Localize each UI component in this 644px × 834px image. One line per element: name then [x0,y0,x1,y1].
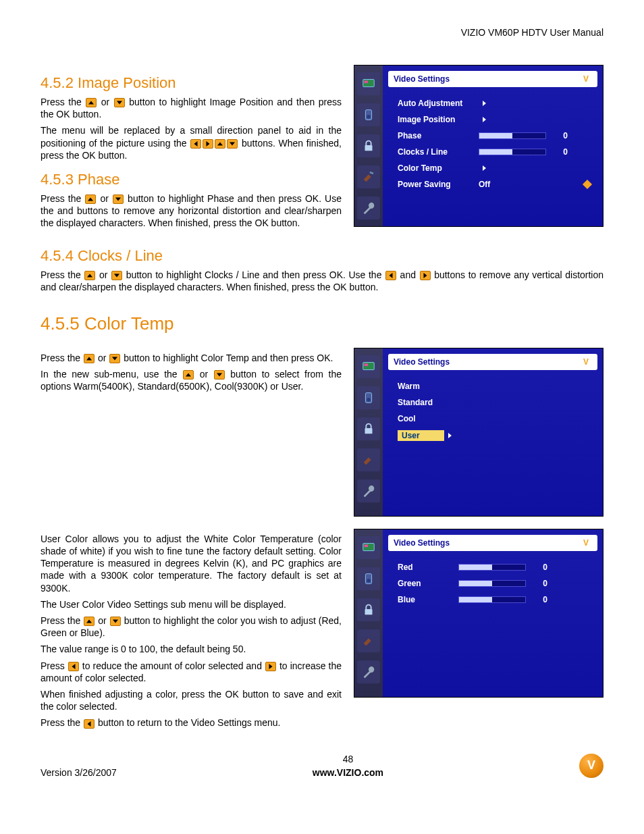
osd-color-temp-options: Video Settings V Warm Standard Cool User [354,348,603,517]
tools-icon [357,448,380,471]
osd-label: Green [398,579,458,588]
submenu-arrow-icon [483,117,486,122]
osd-value: 0 [556,147,568,157]
osd-row-blue: Blue0 [388,592,597,608]
para: The menu will be replaced by a small dir… [41,124,342,161]
lock-icon [357,598,380,621]
tv-icon [357,536,380,559]
osd-label: Cool [398,414,479,423]
osd-row-image-position: Image Position [388,111,597,128]
svg-point-3 [367,115,371,119]
osd-label-highlighted: User [398,430,444,441]
down-arrow-icon [214,370,225,380]
page-header: VIZIO VM60P HDTV User Manual [41,27,603,38]
para: Press to reduce the amount of color sele… [41,660,342,684]
para: Press the or button to highlight Color T… [41,352,342,364]
text: or [98,353,109,363]
wrench-icon [357,197,380,219]
para: User Color allows you to adjust the Whit… [41,533,342,594]
diamond-icon [583,180,592,189]
text: Press the [41,615,83,626]
footer-version: Version 3/26/2007 [41,767,117,778]
text: or [98,615,109,626]
svg-rect-7 [365,363,369,366]
osd-sidebar [354,348,383,516]
svg-point-9 [367,398,371,402]
para: The User Color Video Settings sub menu w… [41,598,342,610]
osd-row-auto-adjustment: Auto Adjustment [388,95,597,111]
tv-icon [357,72,380,95]
text: button to highlight Color Temp and then … [124,353,333,363]
up-arrow-icon [84,617,95,626]
tools-icon [357,629,380,652]
text: button to return to the Video Settings m… [98,717,281,728]
text: or [200,369,213,380]
vizio-logo-icon: V [580,356,592,368]
osd-label: Standard [398,398,479,407]
osd-title: Video Settings [394,538,450,548]
down-arrow-icon [111,271,122,280]
wrench-icon [357,479,380,502]
svg-rect-15 [365,609,373,615]
text: or [101,97,113,107]
text: Press the [41,717,83,728]
submenu-arrow-icon [483,165,486,171]
speaker-icon [357,386,380,409]
speaker-icon [357,567,380,590]
svg-rect-5 [369,172,373,174]
up-arrow-icon [85,194,96,204]
osd-user-color: Video Settings V Red0 Green0 Blue0 [354,529,603,698]
para: The value range is 0 to 100, the default… [41,643,342,655]
para: Press the button to return to the Video … [41,716,342,729]
right-arrow-icon [203,139,213,149]
osd-row-power-saving: Power SavingOff [388,176,597,192]
left-arrow-icon [68,662,79,671]
slider-bar [479,149,546,155]
osd-title: Video Settings [394,357,450,367]
osd-row-red: Red0 [388,559,597,575]
left-arrow-icon [190,139,201,149]
para: Press the or button to highlight the col… [41,615,342,639]
osd-video-settings: Video Settings V Auto Adjustment Image P… [354,65,603,227]
up-arrow-icon [215,139,225,149]
text: In the new sub-menu, use the [41,369,182,380]
down-arrow-icon [110,617,121,626]
osd-label: Auto Adjustment [398,99,479,108]
osd-title-bar: Video Settings V [388,354,597,370]
up-arrow-icon [86,98,97,107]
footer-url: www.VIZIO.com [117,767,579,778]
heading-phase: 4.5.3 Phase [41,171,342,188]
para: Press the or button to highlight Image P… [41,96,342,120]
text: Press the [41,269,84,280]
slider-bar [458,564,526,571]
heading-image-position: 4.5.2 Image Position [41,74,342,92]
heading-color-temp: 4.5.5 Color Temp [41,313,603,334]
text: Press the [41,193,84,204]
up-arrow-icon [183,370,194,380]
slider-bar [458,596,526,603]
osd-title: Video Settings [394,74,450,84]
tv-icon [357,355,380,378]
svg-rect-10 [365,428,373,434]
osd-row-color-temp: Color Temp [388,160,597,176]
para: Press the or button to highlight Clocks … [41,269,603,293]
osd-sidebar [354,66,383,226]
osd-label: Red [398,563,458,572]
right-arrow-icon [420,271,431,280]
svg-rect-4 [365,145,373,151]
text: to reduce the amount of color selected a… [82,660,265,671]
down-arrow-icon [113,194,124,204]
osd-row-warm: Warm [388,378,597,394]
lock-icon [357,417,380,440]
submenu-arrow-icon [483,101,486,106]
text: Press [41,660,68,671]
osd-label: Phase [398,131,479,140]
up-arrow-icon [84,354,95,363]
osd-row-green: Green0 [388,575,597,592]
down-arrow-icon [109,354,120,363]
text: or [99,269,111,280]
osd-value: 0 [535,595,547,604]
down-arrow-icon [114,98,125,107]
text: and [400,269,419,280]
right-arrow-icon [265,662,276,671]
